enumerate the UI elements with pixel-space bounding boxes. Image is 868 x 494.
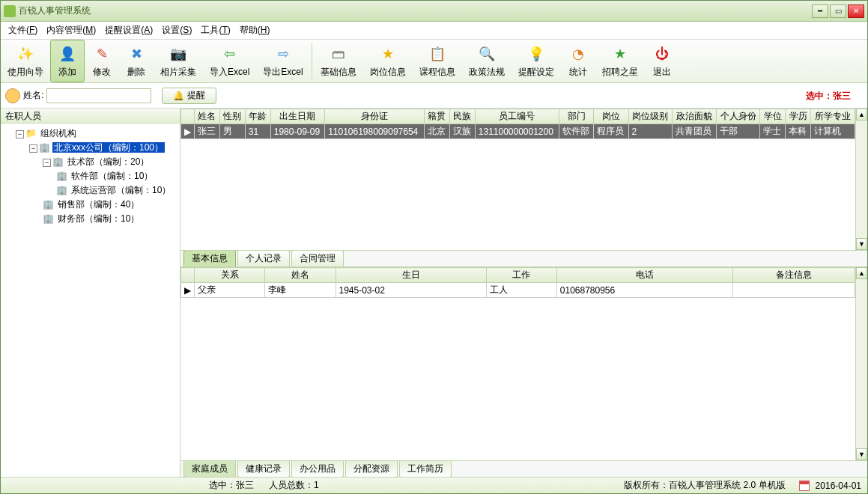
menu-item[interactable]: 文件(F) xyxy=(4,22,42,38)
detail-grid[interactable]: 关系姓名生日工作电话备注信息▶父亲李峰1945-03-02工人010687809… xyxy=(180,267,855,298)
vertical-scrollbar[interactable]: ▲ ▼ xyxy=(855,109,867,250)
tree-tech[interactable]: −🏢技术部（编制：20） xyxy=(2,155,178,169)
tab-合同管理[interactable]: 合同管理 xyxy=(291,250,344,266)
tab-健康记录[interactable]: 健康记录 xyxy=(237,461,290,478)
scroll-down-icon[interactable]: ▼ xyxy=(856,448,867,460)
cell[interactable]: 男 xyxy=(219,124,245,139)
tab-个人记录[interactable]: 个人记录 xyxy=(237,250,290,266)
toolbar-import-button[interactable]: ⇦导入Excel xyxy=(203,40,256,82)
remind-button[interactable]: 🔔 提醒 xyxy=(162,88,216,104)
tree-root[interactable]: −📁组织机构 xyxy=(2,126,178,141)
cell[interactable]: 软件部 xyxy=(559,124,593,139)
cell[interactable]: 学士 xyxy=(760,124,786,139)
column-header[interactable]: 身份证 xyxy=(325,109,425,124)
toolbar-camera-button[interactable]: 📷相片采集 xyxy=(154,40,203,82)
toolbar-star-button[interactable]: ★岗位信息 xyxy=(363,40,413,82)
cell[interactable]: 汉族 xyxy=(449,124,475,139)
cell[interactable]: 张三 xyxy=(195,124,220,139)
name-input[interactable] xyxy=(46,88,151,103)
toolbar-user-delete-button[interactable]: ✖删除 xyxy=(119,40,154,82)
cell[interactable]: 2 xyxy=(628,124,673,139)
cell[interactable]: 父亲 xyxy=(195,283,265,298)
toolbar-user-edit-button[interactable]: ✎修改 xyxy=(85,40,119,82)
menu-item[interactable]: 帮助(H) xyxy=(235,22,275,38)
cell[interactable]: 计算机 xyxy=(811,124,855,139)
close-button[interactable]: ✕ xyxy=(848,4,864,18)
scroll-down-icon[interactable]: ▼ xyxy=(856,238,867,250)
cell[interactable]: 共青团员 xyxy=(673,124,717,139)
expand-icon[interactable]: − xyxy=(16,130,24,138)
vertical-scrollbar[interactable]: ▲ ▼ xyxy=(855,267,867,460)
toolbar-user-add-button[interactable]: 👤添加 xyxy=(50,40,85,82)
column-header[interactable]: 民族 xyxy=(449,109,475,124)
column-header[interactable]: 电话 xyxy=(556,268,732,283)
toolbar-wand-button[interactable]: ✨使用向导 xyxy=(1,40,50,82)
cell[interactable]: 工人 xyxy=(486,283,556,298)
column-header[interactable]: 姓名 xyxy=(195,109,220,124)
column-header[interactable]: 部门 xyxy=(559,109,593,124)
scroll-up-icon[interactable]: ▲ xyxy=(856,267,867,279)
column-header[interactable]: 生日 xyxy=(336,268,486,283)
toolbar-export-button[interactable]: ⇨导出Excel xyxy=(256,40,309,82)
cell[interactable]: 1945-03-02 xyxy=(336,283,486,298)
menu-item[interactable]: 设置(S) xyxy=(157,22,196,38)
tab-办公用品[interactable]: 办公用品 xyxy=(291,461,344,478)
cell[interactable]: 131100000001200 xyxy=(475,124,559,139)
scroll-up-icon[interactable]: ▲ xyxy=(856,109,867,121)
scroll-track[interactable] xyxy=(856,121,867,238)
column-header[interactable]: 姓名 xyxy=(265,268,336,283)
table-row[interactable]: ▶张三男311980-09-09110106198009097654北京汉族13… xyxy=(181,124,855,139)
cell[interactable]: 程序员 xyxy=(594,124,628,139)
column-header[interactable]: 个人身份 xyxy=(716,109,760,124)
toolbar-greenstar-button[interactable]: ★招聘之星 xyxy=(595,40,645,82)
cell[interactable]: 1980-09-09 xyxy=(270,124,324,139)
minimize-button[interactable]: ━ xyxy=(812,4,828,18)
toolbar-power-button[interactable]: ⏻退出 xyxy=(645,40,679,82)
tree-soft[interactable]: 🏢软件部（编制：10） xyxy=(2,169,178,183)
cell[interactable]: 01068780956 xyxy=(556,283,732,298)
cell[interactable]: 干部 xyxy=(716,124,760,139)
toolbar-db-button[interactable]: 🗃基础信息 xyxy=(314,40,363,82)
column-header[interactable]: 工作 xyxy=(486,268,556,283)
column-header[interactable]: 年龄 xyxy=(245,109,270,124)
menu-item[interactable]: 工具(T) xyxy=(196,22,234,38)
expand-icon[interactable]: − xyxy=(43,159,51,167)
cell[interactable]: 李峰 xyxy=(265,283,336,298)
column-header[interactable]: 学历 xyxy=(786,109,811,124)
cell[interactable]: 110106198009097654 xyxy=(325,124,425,139)
tab-工作简历[interactable]: 工作简历 xyxy=(399,461,452,478)
column-header[interactable]: 所学专业 xyxy=(811,109,855,124)
employee-grid[interactable]: 姓名性别年龄出生日期身份证籍贯民族员工编号部门岗位岗位级别政治面貌个人身份学位学… xyxy=(180,109,855,139)
column-header[interactable]: 性别 xyxy=(219,109,245,124)
column-header[interactable]: 员工编号 xyxy=(475,109,559,124)
column-header[interactable]: 关系 xyxy=(195,268,265,283)
tab-家庭成员[interactable]: 家庭成员 xyxy=(183,461,236,478)
tab-分配资源[interactable]: 分配资源 xyxy=(345,461,398,478)
tree-finance[interactable]: 🏢财务部（编制：10） xyxy=(2,212,178,226)
tab-基本信息[interactable]: 基本信息 xyxy=(183,250,236,266)
column-header[interactable]: 岗位 xyxy=(594,109,628,124)
expand-icon[interactable]: − xyxy=(29,144,37,153)
table-row[interactable]: ▶父亲李峰1945-03-02工人01068780956 xyxy=(181,283,855,298)
column-header[interactable]: 备注信息 xyxy=(733,268,855,283)
column-header[interactable]: 籍贯 xyxy=(424,109,449,124)
column-header[interactable]: 岗位级别 xyxy=(628,109,673,124)
toolbar-pie-button[interactable]: ◔统计 xyxy=(561,40,595,82)
toolbar-search-button[interactable]: 🔍政策法规 xyxy=(462,40,512,82)
toolbar-bulb-button[interactable]: 💡提醒设定 xyxy=(512,40,561,82)
column-header[interactable]: 出生日期 xyxy=(270,109,324,124)
column-header[interactable]: 学位 xyxy=(760,109,786,124)
org-tree[interactable]: −📁组织机构 −🏢北京xxx公司（编制：100） −🏢技术部（编制：20） 🏢软… xyxy=(1,124,180,477)
scroll-track[interactable] xyxy=(856,279,867,448)
tree-ops[interactable]: 🏢系统运营部（编制：10） xyxy=(2,183,178,198)
menu-item[interactable]: 提醒设置(A) xyxy=(100,22,157,38)
maximize-button[interactable]: ▭ xyxy=(830,4,846,18)
cell[interactable]: 31 xyxy=(245,124,270,139)
cell[interactable]: 北京 xyxy=(424,124,449,139)
column-header[interactable]: 政治面貌 xyxy=(673,109,717,124)
menu-item[interactable]: 内容管理(M) xyxy=(42,22,100,38)
tree-company[interactable]: −🏢北京xxx公司（编制：100） xyxy=(2,141,178,155)
toolbar-board-button[interactable]: 📋课程信息 xyxy=(413,40,462,82)
tree-sales[interactable]: 🏢销售部（编制：40） xyxy=(2,198,178,212)
cell[interactable] xyxy=(733,283,855,298)
